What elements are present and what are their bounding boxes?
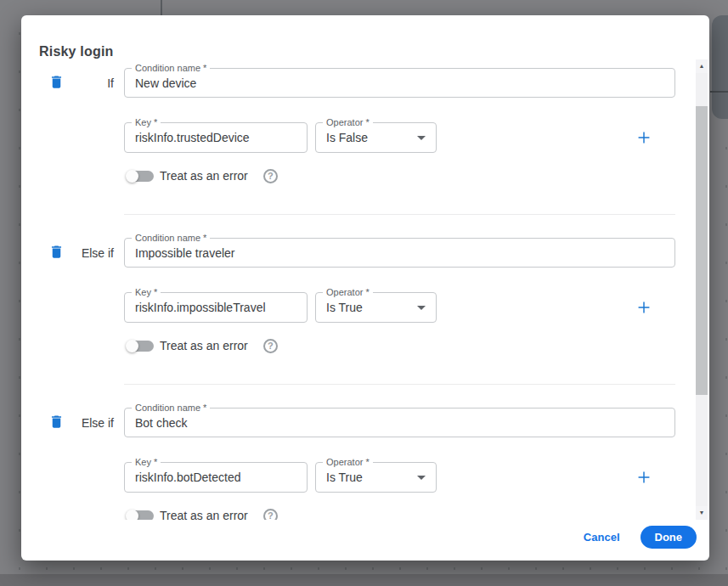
- dialog-actions: Cancel Done: [584, 526, 697, 549]
- condition-block: Else if Condition name * Bot check Key *…: [21, 408, 696, 520]
- condition-name-field[interactable]: Condition name * Impossible traveler: [124, 238, 675, 268]
- flow-canvas-backdrop: Risky login If Condition name * New devi…: [0, 0, 728, 586]
- condition-connector-label: Else if: [42, 416, 114, 430]
- risky-login-dialog: Risky login If Condition name * New devi…: [21, 15, 709, 561]
- condition-block: Else if Condition name * Impossible trav…: [21, 238, 696, 408]
- key-value: riskInfo.trustedDevice: [135, 123, 250, 152]
- condition-name-value: New device: [135, 69, 196, 98]
- caret-down-icon: [417, 306, 426, 310]
- block-divider: [124, 214, 675, 215]
- treat-as-error-toggle[interactable]: [127, 170, 154, 183]
- plus-icon: [635, 137, 653, 149]
- conditions-scroll-area: If Condition name * New device Key * ris…: [21, 59, 696, 520]
- treat-as-error-toggle[interactable]: [127, 510, 154, 521]
- add-condition-row-button[interactable]: [635, 468, 653, 487]
- scroll-down-arrow[interactable]: ▼: [696, 506, 708, 520]
- help-icon[interactable]: ?: [263, 339, 278, 353]
- treat-as-error-row: Treat as an error ?: [127, 337, 278, 354]
- condition-name-field[interactable]: Condition name * New device: [124, 68, 675, 98]
- add-condition-row-button[interactable]: [635, 128, 653, 147]
- dialog-title: Risky login: [39, 44, 114, 59]
- add-condition-row-button[interactable]: [635, 298, 653, 317]
- treat-as-error-row: Treat as an error ?: [127, 167, 278, 184]
- operator-select[interactable]: Operator * Is True: [315, 462, 437, 493]
- canvas-connector-line: [161, 0, 162, 15]
- plus-icon: [635, 307, 653, 319]
- condition-name-field[interactable]: Condition name * Bot check: [124, 408, 675, 437]
- block-divider: [124, 384, 675, 385]
- condition-block: If Condition name * New device Key * ris…: [21, 68, 696, 238]
- key-field[interactable]: Key * riskInfo.botDetected: [124, 462, 308, 493]
- treat-as-error-label: Treat as an error: [160, 339, 248, 352]
- canvas-node-connector: [710, 91, 728, 93]
- key-field[interactable]: Key * riskInfo.trustedDevice: [124, 122, 308, 153]
- condition-name-value: Bot check: [135, 409, 187, 437]
- scrollbar-thumb[interactable]: [696, 106, 708, 395]
- canvas-node-card: [712, 15, 728, 119]
- key-field[interactable]: Key * riskInfo.impossibleTravel: [124, 292, 308, 323]
- done-button[interactable]: Done: [641, 526, 697, 549]
- caret-down-icon: [417, 476, 426, 480]
- scroll-up-arrow[interactable]: ▲: [696, 59, 708, 73]
- help-icon[interactable]: ?: [263, 509, 278, 521]
- plus-icon: [635, 476, 653, 489]
- treat-as-error-label: Treat as an error: [160, 169, 248, 183]
- condition-connector-label: Else if: [42, 246, 114, 260]
- operator-value: Is False: [326, 123, 368, 152]
- condition-name-value: Impossible traveler: [135, 239, 235, 268]
- treat-as-error-toggle[interactable]: [127, 340, 154, 352]
- help-icon[interactable]: ?: [263, 169, 278, 183]
- caret-down-icon: [417, 136, 426, 140]
- canvas-bottom-band: [0, 574, 728, 586]
- vertical-scrollbar[interactable]: ▲ ▼: [696, 59, 708, 520]
- key-value: riskInfo.botDetected: [135, 463, 241, 492]
- key-value: riskInfo.impossibleTravel: [135, 293, 266, 322]
- operator-select[interactable]: Operator * Is False: [315, 122, 437, 153]
- condition-connector-label: If: [42, 76, 114, 90]
- operator-select[interactable]: Operator * Is True: [315, 292, 437, 323]
- operator-value: Is True: [326, 293, 363, 322]
- treat-as-error-label: Treat as an error: [160, 509, 248, 520]
- treat-as-error-row: Treat as an error ?: [127, 507, 278, 520]
- operator-value: Is True: [326, 463, 363, 492]
- cancel-button[interactable]: Cancel: [584, 531, 620, 544]
